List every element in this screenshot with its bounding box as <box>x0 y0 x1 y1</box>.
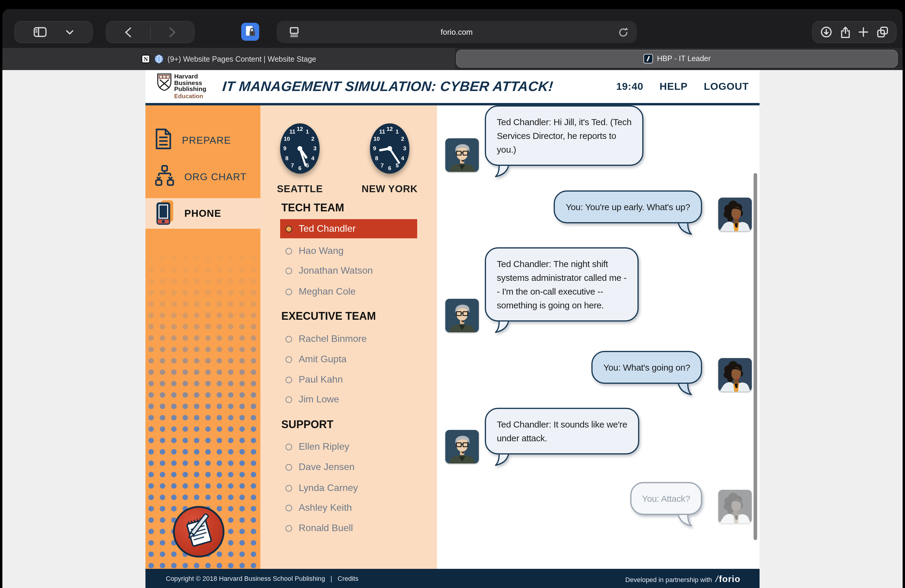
chat-message-you: You: What's going on? <box>591 351 702 384</box>
svg-text:9: 9 <box>373 145 376 151</box>
page-footer: Copyright © 2018 Harvard Business School… <box>145 569 760 588</box>
page-title: IT MANAGEMENT SIMULATION: CYBER ATTACK! <box>222 78 554 95</box>
contact-bullet-icon <box>286 396 292 403</box>
logout-link[interactable]: LOGOUT <box>704 81 749 92</box>
contact-bullet-icon <box>286 464 292 470</box>
chat-bubble: You: You're up early. What's up? <box>554 191 702 223</box>
clock-city-label: SEATTLE <box>277 183 323 195</box>
contact-name: Amit Gupta <box>298 354 346 365</box>
contact-section-title: EXECUTIVE TEAM <box>281 310 376 323</box>
svg-text:1: 1 <box>395 129 399 135</box>
svg-text:8: 8 <box>375 155 378 161</box>
svg-text:12: 12 <box>386 126 393 132</box>
page-header: Harvard Business Publishing Education IT… <box>145 70 760 105</box>
contact-ellen-ripley[interactable]: Ellen Ripley <box>280 437 417 456</box>
svg-text:2: 2 <box>311 136 314 142</box>
contact-name: Ashley Keith <box>298 502 352 513</box>
contact-name: Paul Kahn <box>298 374 343 385</box>
contact-name: Meghan Cole <box>298 286 356 297</box>
svg-text:3: 3 <box>313 145 317 151</box>
svg-text:1: 1 <box>306 129 309 135</box>
sidebar-item-label: PREPARE <box>182 134 231 146</box>
chat-bubble: Ted Chandler: Hi Jill, it's Ted. (Tech S… <box>485 105 643 166</box>
svg-text:6: 6 <box>388 165 391 171</box>
contacts-panel: 123456789101112SEATTLE123456789101112NEW… <box>260 105 437 569</box>
notepad-badge-icon[interactable] <box>173 506 224 558</box>
logo-line: Business <box>174 79 206 86</box>
svg-text:11: 11 <box>379 129 386 135</box>
document-icon <box>154 128 172 152</box>
contact-jim-lowe[interactable]: Jim Lowe <box>280 390 417 409</box>
svg-text:N: N <box>144 56 148 62</box>
chat-bubble: Ted Chandler: It sounds like we're under… <box>485 408 639 455</box>
downloads-icon[interactable] <box>821 26 832 38</box>
forio-favicon <box>643 54 653 64</box>
forward-icon[interactable] <box>169 27 176 37</box>
avatar-ted-chandler <box>445 299 479 332</box>
contact-meghan-cole[interactable]: Meghan Cole <box>280 282 417 301</box>
tab-website-pages[interactable]: N (9+) Website Pages Content | Website S… <box>2 48 455 70</box>
svg-text:11: 11 <box>289 129 296 135</box>
contact-amit-gupta[interactable]: Amit Gupta <box>280 350 417 369</box>
contact-ted-chandler[interactable]: Ted Chandler <box>280 219 417 238</box>
contact-name: Jim Lowe <box>298 394 339 405</box>
avatar-you <box>718 358 752 392</box>
divider <box>150 25 151 39</box>
svg-text:9: 9 <box>283 145 287 151</box>
sidebar-item-org-chart[interactable]: ORG CHART <box>145 167 260 187</box>
clock-seattle: 123456789101112 <box>270 116 330 185</box>
logo-line: Harvard <box>174 73 206 79</box>
tab-overview-icon[interactable] <box>876 26 888 38</box>
browser-window: forio.com <box>2 9 903 588</box>
contact-dave-jensen[interactable]: Dave Jensen <box>280 458 417 477</box>
reader-icon[interactable] <box>290 27 298 37</box>
chat-message-you: You: Attack? <box>630 482 702 515</box>
simulation-page: Harvard Business Publishing Education IT… <box>145 70 760 588</box>
back-icon[interactable] <box>125 27 132 37</box>
hbp-logo: Harvard Business Publishing Education <box>157 73 206 99</box>
credits-link[interactable]: Credits <box>338 575 359 582</box>
address-bar[interactable]: forio.com <box>276 21 637 43</box>
phone-icon <box>154 199 175 228</box>
tab-hbp-it-leader[interactable]: HBP - IT Leader <box>456 50 898 68</box>
chat-scrollbar[interactable] <box>754 173 757 540</box>
contact-section-title: SUPPORT <box>281 418 333 431</box>
help-link[interactable]: HELP <box>660 81 688 92</box>
refresh-icon[interactable] <box>618 27 629 37</box>
sidebar-toggle-button[interactable] <box>14 21 93 43</box>
contact-name: Hao Wang <box>298 245 344 256</box>
new-tab-icon[interactable] <box>858 27 868 37</box>
footer-divider: | <box>330 575 332 582</box>
sidebar-item-phone[interactable]: PHONE <box>145 198 260 229</box>
chat-panel: Ted Chandler: Hi Jill, it's Ted. (Tech S… <box>437 105 760 569</box>
contact-rachel-binmore[interactable]: Rachel Binmore <box>280 329 417 348</box>
contact-hao-wang[interactable]: Hao Wang <box>280 241 417 261</box>
share-icon[interactable] <box>840 26 851 38</box>
contact-name: Ronald Buell <box>298 523 353 534</box>
url-text[interactable]: forio.com <box>276 27 637 37</box>
sim-clock: 19:40 <box>616 81 643 92</box>
partnership-text: Developed in partnership with <box>625 576 712 583</box>
svg-text:3: 3 <box>403 145 406 151</box>
contact-bullet-icon <box>286 248 292 254</box>
chat-bubble: Ted Chandler: The night shift systems ad… <box>485 247 639 321</box>
avatar-ted-chandler <box>445 430 479 464</box>
browser-toolbar: forio.com <box>2 9 903 48</box>
logo-line: Publishing <box>174 86 206 92</box>
password-extension-icon[interactable] <box>241 23 259 41</box>
contact-name: Jonathan Watson <box>298 265 373 276</box>
webview: Harvard Business Publishing Education IT… <box>2 70 903 588</box>
svg-text:7: 7 <box>381 162 384 168</box>
contact-section-title: TECH TEAM <box>281 202 344 215</box>
contact-bullet-icon <box>286 226 292 232</box>
contact-jonathan-watson[interactable]: Jonathan Watson <box>280 261 417 280</box>
chevron-down-icon <box>65 30 73 35</box>
contact-ashley-keith[interactable]: Ashley Keith <box>280 498 417 517</box>
contact-lynda-carney[interactable]: Lynda Carney <box>280 478 417 497</box>
contact-paul-kahn[interactable]: Paul Kahn <box>280 370 417 389</box>
avatar-ted-chandler <box>445 138 479 172</box>
contact-ronald-buell[interactable]: Ronald Buell <box>280 518 417 538</box>
screen: forio.com <box>0 0 905 588</box>
sidebar-item-prepare[interactable]: PREPARE <box>145 130 260 150</box>
contact-name: Rachel Binmore <box>298 334 367 344</box>
